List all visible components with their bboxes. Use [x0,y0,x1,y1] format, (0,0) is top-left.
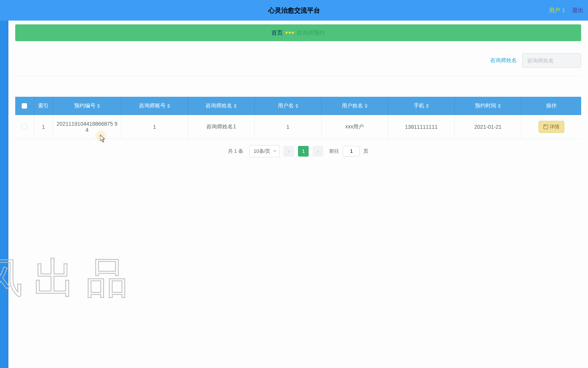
page-size-select[interactable]: 10条/页 [249,145,280,157]
cell-operation: 详情 [521,115,581,139]
top-bar: 心灵治愈交流平台 用户 1 退出 [0,0,588,21]
cell-consultant-name: 咨询师姓名1 [188,115,255,139]
breadcrumb-home[interactable]: 首页 [271,29,283,37]
chevron-down-icon [273,150,276,152]
page-1-button[interactable]: 1 [298,146,309,157]
pagination-total: 共 1 条 [228,148,243,155]
detail-button[interactable]: 详情 [539,121,564,133]
sort-icon[interactable] [498,104,501,108]
sort-icon[interactable] [295,104,298,108]
cell-username: 1 [255,115,321,139]
filter-label: 咨询师姓名 [490,57,517,64]
col-consultant-name-header[interactable]: 咨询师姓名 [188,97,255,115]
cell-index: 1 [34,115,53,139]
goto-page-input[interactable] [343,146,360,157]
cell-orderno: 2021119104418866875 94 [53,115,121,139]
row-select-cell[interactable] [15,115,34,139]
sort-icon[interactable] [426,104,429,108]
page-size-label: 10条/页 [253,148,270,154]
cell-userdisplay: xxx用户 [321,115,388,139]
col-operation-header: 操作 [521,97,581,115]
detail-button-label: 详情 [550,123,559,130]
top-right: 用户 1 退出 [549,7,588,14]
cell-time: 2021-01-21 [455,115,521,139]
chevron-right-icon: › [317,148,319,154]
app-title: 心灵治愈交流平台 [268,6,320,15]
col-userdisplay-header[interactable]: 用户姓名 [321,97,388,115]
sort-icon[interactable] [365,104,368,108]
select-all-header[interactable] [15,97,34,115]
table-header-row: 索引 预约编号 咨询师账号 咨询师姓名 用户名 用户姓名 手机 预约时间 操作 [15,97,581,115]
select-all-checkbox[interactable] [22,103,27,109]
pagination: 共 1 条 10条/页 ‹ 1 › 前往 页 [15,145,581,157]
data-table: 索引 预约编号 咨询师账号 咨询师姓名 用户名 用户姓名 手机 预约时间 操作 … [15,97,581,139]
logout-link[interactable]: 退出 [572,7,583,14]
chevron-left-icon: ‹ [288,148,290,154]
current-user-label[interactable]: 用户 1 [549,7,565,14]
cell-consultant-account: 1 [121,115,188,139]
table-row: 1 2021119104418866875 94 1 咨询师姓名1 1 xxx用… [15,115,581,139]
consultant-name-input[interactable] [522,53,581,68]
prev-page-button[interactable]: ‹ [284,146,294,157]
col-index-header[interactable]: 索引 [34,97,53,115]
heart-icon: ♥ [288,30,291,35]
col-username-header[interactable]: 用户名 [255,97,321,115]
breadcrumb-current: 咨询师预约 [296,29,325,37]
filter-row: 咨询师姓名 [15,45,581,76]
sort-icon[interactable] [97,104,100,108]
next-page-button[interactable]: › [312,146,323,157]
heart-icon: ♥ [292,30,294,35]
detail-icon [543,125,548,129]
sidebar [0,21,8,368]
main-area: 首页 ♥ ♥ ♥ 咨询师预约 咨询师姓名 [8,21,588,368]
sort-icon[interactable] [167,104,170,108]
col-time-header[interactable]: 预约时间 [455,97,521,115]
cell-phone: 13811111111 [388,115,454,139]
row-checkbox[interactable] [22,124,27,130]
col-consultant-account-header[interactable]: 咨询师账号 [121,97,188,115]
goto-label-pre: 前往 [329,148,339,155]
heart-separator: ♥ ♥ ♥ [285,30,294,35]
goto-label-post: 页 [363,148,368,155]
col-phone-header[interactable]: 手机 [388,97,454,115]
heart-icon: ♥ [285,30,288,35]
breadcrumb-banner: 首页 ♥ ♥ ♥ 咨询师预约 [15,24,581,41]
sort-icon[interactable] [234,104,237,108]
col-orderno-header[interactable]: 预约编号 [53,97,121,115]
